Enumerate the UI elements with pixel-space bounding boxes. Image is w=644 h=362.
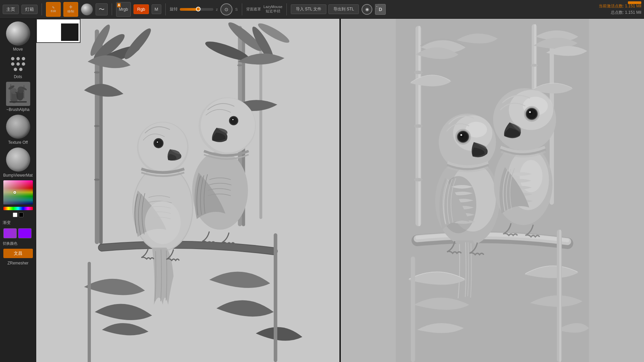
slider-fill [180, 8, 198, 11]
dot-4 [11, 62, 14, 66]
wen-button[interactable]: 文昌 [3, 249, 33, 258]
move-sphere [6, 21, 30, 46]
zremesher-label: ZRemesher [7, 261, 29, 265]
gradient-swatch-2[interactable] [18, 228, 32, 238]
white-swatch[interactable] [13, 213, 17, 217]
dots-preview [6, 54, 30, 73]
black-square [61, 23, 78, 41]
material-sphere[interactable] [81, 3, 93, 15]
s-indicator: S [235, 7, 237, 11]
lazymouse-group: LazyMouse 短近半径 [264, 5, 282, 14]
left-viewport [36, 19, 339, 362]
texture-off-tool[interactable]: Texture Off [2, 115, 34, 145]
dot-2 [16, 57, 20, 60]
right-viewport [341, 19, 644, 362]
import-export-group: 导入 STL 文件 导出到 STL [291, 4, 359, 14]
svg-point-37 [157, 141, 158, 143]
canvas-area [36, 19, 644, 362]
bump-sphere [6, 147, 30, 172]
color-swatches [13, 213, 23, 217]
lazymouse-label: LazyMouse [264, 5, 282, 9]
snake-icon[interactable]: 〜 [96, 3, 108, 15]
sep-2 [112, 3, 112, 15]
d-icon-button[interactable]: ▪ D [375, 4, 386, 15]
rgb-label: Rgb [137, 7, 145, 12]
move-label: Move [13, 47, 23, 52]
rgb-button[interactable]: Rgb [133, 4, 149, 14]
move-button[interactable]: ✛ 移/制 [63, 2, 78, 17]
color-swatch-overlay[interactable] [36, 19, 80, 43]
svg-rect-84 [411, 256, 415, 362]
sep-5 [286, 3, 287, 15]
move-tool[interactable]: Move [2, 21, 34, 52]
svg-point-31 [145, 201, 181, 244]
dot-6 [22, 62, 25, 66]
wen-label: 文昌 [14, 250, 22, 256]
dot-8 [19, 68, 22, 71]
svg-point-80 [529, 111, 531, 113]
svg-point-56 [531, 64, 538, 67]
brush-alpha-svg [7, 82, 30, 105]
color-black-gradient [3, 180, 33, 204]
hue-bar[interactable] [3, 207, 33, 210]
brush-alpha-label: ~BrushAlpha [6, 107, 30, 112]
backface-label: 背面遮罩 [246, 7, 261, 12]
sep-4 [242, 3, 242, 15]
canvas-bg-left [36, 19, 339, 362]
svg-point-53 [414, 71, 423, 74]
camera-button[interactable]: ⊙ [220, 3, 232, 15]
left-sidebar: Move Dots [0, 19, 36, 362]
import-stl-button[interactable]: 导入 STL 文件 [291, 4, 326, 14]
svg-rect-45 [274, 233, 277, 362]
svg-point-16 [94, 71, 100, 73]
rotate-label: 旋转 [170, 6, 178, 12]
svg-point-17 [94, 125, 100, 127]
edit-button[interactable]: ✎ Edit [46, 2, 61, 17]
active-points: 当前激活点数: 1.151 Mil [599, 3, 641, 9]
svg-rect-46 [88, 262, 91, 362]
right-parrot-scene [341, 19, 644, 362]
svg-point-55 [414, 178, 423, 182]
gradient-label: 渐变 [3, 220, 11, 226]
svg-rect-83 [559, 230, 561, 362]
black-swatch[interactable] [19, 213, 23, 217]
svg-point-40 [201, 98, 255, 153]
svg-point-44 [232, 119, 233, 120]
color-cursor [13, 191, 16, 194]
svg-rect-5 [9, 101, 27, 103]
home-button[interactable]: 主页 [3, 5, 19, 14]
backface-group: 背面遮罩 [246, 7, 261, 12]
color-picker[interactable] [2, 180, 34, 217]
color-square[interactable] [3, 180, 33, 204]
bump-viewer-label: BumpViewerMat [3, 173, 33, 178]
m-button[interactable]: M [152, 4, 161, 14]
export-stl-button[interactable]: 导出到 STL [328, 4, 359, 14]
mrgb-button[interactable]: A Mrgb [116, 2, 131, 17]
a-badge: A [117, 3, 121, 7]
switch-color-label: 切换颜色 [3, 241, 17, 246]
edit-label: Edit [51, 9, 56, 13]
top-toolbar: 主页 灯箱 ✎ Edit ✛ 移/制 〜 A Mrgb Rgb M 旋转 z ⊙ [0, 0, 644, 19]
camera-icon: ⊙ [224, 7, 228, 12]
rotate-slider[interactable] [180, 8, 213, 11]
svg-point-19 [237, 64, 242, 66]
lightbox-button[interactable]: 灯箱 [21, 5, 38, 14]
brush-alpha-tool[interactable]: ~BrushAlpha [2, 82, 34, 112]
canvas-bg-right [341, 19, 644, 362]
lens-button[interactable]: ◉ [362, 4, 372, 15]
z-indicator: z [216, 7, 218, 11]
svg-point-18 [94, 179, 100, 181]
gradient-swatch-1[interactable] [3, 228, 17, 238]
svg-point-54 [414, 124, 423, 128]
slider-thumb [196, 7, 201, 11]
svg-rect-15 [259, 40, 262, 219]
dots-tool[interactable]: Dots [2, 54, 34, 79]
dot-5 [16, 62, 20, 66]
move-icon: ✛ [69, 5, 72, 9]
sep-1 [42, 3, 42, 15]
bump-viewer-tool[interactable]: BumpViewerMat [2, 147, 34, 178]
m-label: M [155, 7, 158, 12]
dot-3 [22, 57, 25, 60]
stats-area: 当前激活点数: 1.151 Mil 总点数: 1.151 Mil [599, 3, 641, 15]
main-content: Move Dots [0, 19, 644, 362]
